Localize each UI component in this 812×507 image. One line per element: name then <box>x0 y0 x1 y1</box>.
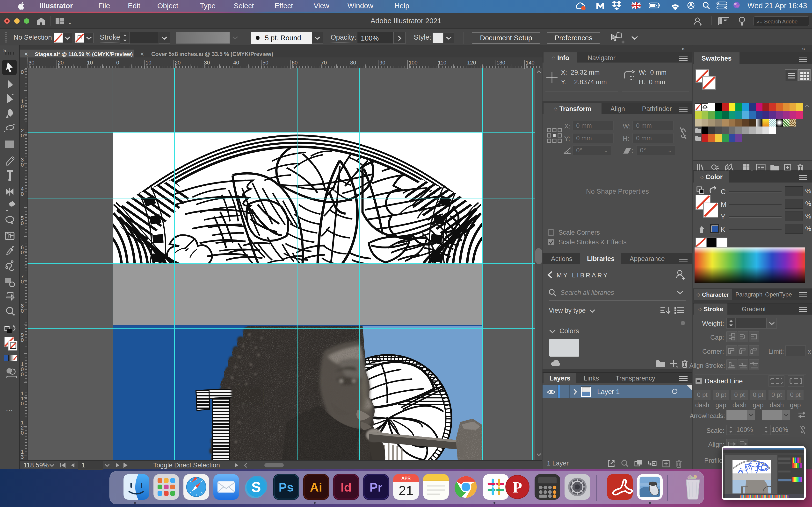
svg-text:Id: Id <box>341 481 351 494</box>
svg-text:Ps: Ps <box>278 481 294 494</box>
svg-text:Ai: Ai <box>310 481 322 494</box>
svg-text:21: 21 <box>399 483 413 498</box>
svg-text:Pr: Pr <box>369 481 383 494</box>
svg-text:P: P <box>513 479 522 496</box>
svg-text:APR: APR <box>401 476 411 481</box>
svg-text:S: S <box>251 479 261 495</box>
